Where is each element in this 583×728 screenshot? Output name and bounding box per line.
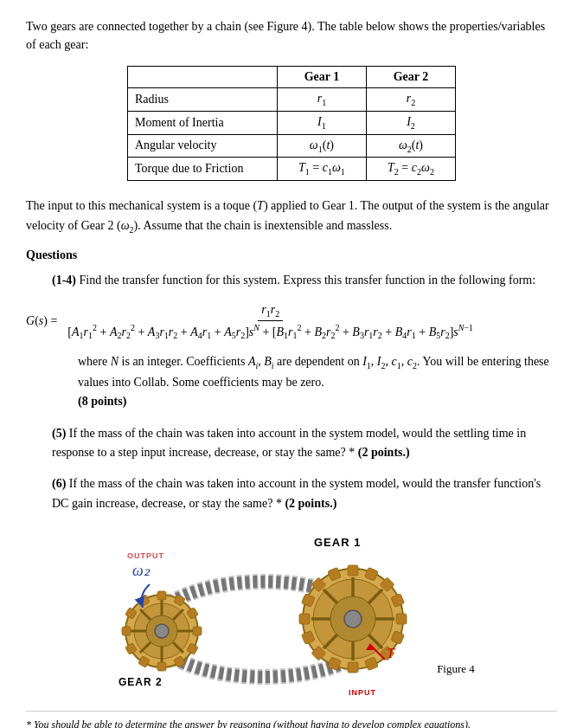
svg-rect-6: [157, 591, 166, 600]
table-row-inertia: Moment of Inertia I1 I2: [128, 111, 456, 134]
svg-rect-30: [348, 565, 358, 576]
system-description: The input to this mechanical system is a…: [26, 196, 557, 236]
svg-text:T: T: [387, 646, 395, 660]
svg-text:GEAR 1: GEAR 1: [314, 536, 361, 549]
transfer-function-fraction: r1r2 [A1r12 + A2r22 + A3r1r2 + A4r1 + A5…: [64, 303, 477, 340]
tf-denominator: [A1r12 + A2r22 + A3r1r2 + A4r1 + A5r2]sN…: [64, 321, 477, 340]
figure-4-area: OUTPUT ω₂ GEAR 1 GEAR 2 INPUT T Figure 4: [26, 525, 557, 702]
table-row-torque: Torque due to Friction T1 = c1ω1 T2 = c2…: [128, 158, 456, 181]
gear-properties-table: Gear 1 Gear 2 Radius r1 r2 Moment of Ine…: [127, 66, 456, 181]
figure-label: Figure 4: [437, 662, 475, 676]
question-5: (5) If the mass of the chain was taken i…: [52, 424, 557, 463]
coefficients-note: where N is an integer. Coefficients Ai, …: [78, 352, 557, 412]
svg-rect-15: [122, 627, 131, 635]
svg-text:GEAR 2: GEAR 2: [119, 676, 163, 688]
svg-rect-12: [157, 662, 166, 671]
gear-diagram-svg: OUTPUT ω₂ GEAR 1 GEAR 2 INPUT T: [108, 525, 420, 699]
svg-rect-42: [299, 614, 310, 624]
svg-rect-9: [193, 627, 202, 635]
tf-numerator: r1r2: [258, 303, 283, 321]
svg-point-5: [155, 624, 169, 638]
transfer-function: G(s) = r1r2 [A1r12 + A2r22 + A3r1r2 + A4…: [26, 303, 557, 340]
question-6: (6) If the mass of the chain was taken i…: [52, 474, 557, 513]
footnote: * You should be able to determine the an…: [26, 711, 557, 728]
table-row-radius: Radius r1 r2: [128, 88, 456, 112]
svg-point-29: [344, 610, 362, 628]
table-row-angular-velocity: Angular velocity ω1(t) ω2(t): [128, 134, 456, 158]
gs-label: G(s) =: [26, 314, 57, 328]
intro-text: Two gears are connected together by a ch…: [26, 17, 557, 54]
svg-text:ω₂: ω₂: [132, 562, 151, 579]
svg-rect-38: [348, 662, 358, 673]
questions-header: Questions: [26, 248, 557, 262]
svg-rect-34: [396, 614, 407, 624]
question-1-4: (1-4) Find the transfer function for thi…: [52, 271, 557, 290]
gear-diagram: OUTPUT ω₂ GEAR 1 GEAR 2 INPUT T: [108, 525, 420, 702]
svg-text:INPUT: INPUT: [349, 688, 376, 697]
svg-text:OUTPUT: OUTPUT: [127, 551, 164, 560]
